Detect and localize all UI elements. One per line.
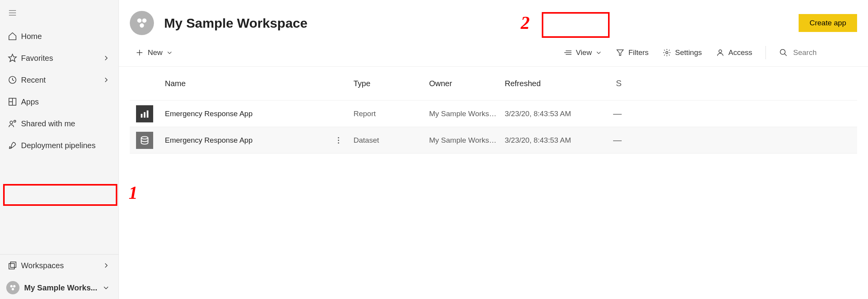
report-icon bbox=[136, 105, 153, 122]
access-button[interactable]: Access bbox=[711, 46, 758, 59]
sidebar-item-apps[interactable]: Apps bbox=[0, 91, 118, 113]
sidebar: Home Favorites Recent Apps Shared with m… bbox=[0, 0, 119, 299]
chevron-down-icon bbox=[103, 284, 110, 291]
view-icon bbox=[564, 48, 572, 57]
nav-label: Recent bbox=[21, 76, 101, 85]
row-sensitivity: — bbox=[598, 135, 622, 145]
apps-icon bbox=[8, 97, 17, 106]
col-sensitivity[interactable]: S bbox=[598, 78, 622, 88]
chevron-right-icon bbox=[103, 55, 110, 62]
workspace-avatar-icon bbox=[6, 281, 19, 294]
row-sensitivity: — bbox=[598, 109, 622, 119]
row-type: Report bbox=[354, 110, 429, 118]
svg-point-9 bbox=[14, 120, 16, 122]
clock-icon bbox=[8, 75, 17, 85]
search-box[interactable] bbox=[774, 46, 857, 59]
content-table: Name Type Owner Refreshed S Emergency Re… bbox=[119, 67, 868, 154]
svg-point-33 bbox=[338, 140, 339, 141]
svg-point-8 bbox=[10, 121, 13, 124]
nav-label: Apps bbox=[21, 97, 111, 106]
search-input[interactable] bbox=[793, 48, 852, 57]
chevron-down-icon bbox=[166, 50, 173, 56]
access-label: Access bbox=[728, 48, 752, 57]
svg-point-26 bbox=[780, 50, 785, 55]
sidebar-item-home[interactable]: Home bbox=[0, 25, 118, 47]
workspaces-icon bbox=[8, 261, 17, 270]
svg-point-13 bbox=[13, 285, 15, 288]
svg-marker-3 bbox=[9, 54, 16, 62]
nav-label: Workspaces bbox=[21, 261, 101, 270]
share-icon bbox=[8, 119, 17, 128]
sidebar-item-pipelines[interactable]: Deployment pipelines bbox=[0, 134, 118, 156]
svg-rect-30 bbox=[147, 110, 148, 117]
svg-rect-29 bbox=[144, 112, 145, 117]
nav-label: Home bbox=[21, 32, 111, 41]
view-label: View bbox=[576, 48, 592, 57]
svg-point-25 bbox=[719, 50, 721, 53]
svg-point-32 bbox=[338, 137, 339, 138]
svg-marker-23 bbox=[617, 50, 624, 56]
dataset-icon bbox=[136, 132, 153, 149]
toolbar: New View Filters Settings Access bbox=[119, 39, 868, 67]
workspace-avatar-icon bbox=[130, 11, 154, 35]
nav-label: Deployment pipelines bbox=[21, 141, 111, 150]
row-name-text: Emergency Response App bbox=[165, 136, 253, 145]
workspace-header: My Sample Workspace Create app bbox=[119, 0, 868, 39]
svg-point-15 bbox=[138, 19, 141, 22]
svg-point-31 bbox=[141, 136, 148, 139]
svg-point-34 bbox=[338, 142, 339, 143]
star-icon bbox=[8, 53, 17, 63]
filter-icon bbox=[616, 48, 624, 57]
col-owner[interactable]: Owner bbox=[429, 79, 505, 88]
settings-label: Settings bbox=[675, 48, 702, 57]
chevron-right-icon bbox=[103, 76, 110, 83]
home-icon bbox=[8, 32, 17, 41]
col-type[interactable]: Type bbox=[354, 79, 429, 88]
sidebar-item-workspaces[interactable]: Workspaces bbox=[0, 255, 118, 276]
sidebar-item-recent[interactable]: Recent bbox=[0, 69, 118, 91]
svg-point-24 bbox=[666, 51, 668, 54]
col-name[interactable]: Name bbox=[165, 79, 354, 88]
gear-icon bbox=[663, 48, 671, 57]
nav-list: Home Favorites Recent Apps Shared with m… bbox=[0, 25, 118, 250]
nav-label: Favorites bbox=[21, 54, 101, 63]
row-refreshed: 3/23/20, 8:43:53 AM bbox=[505, 110, 598, 118]
plus-icon bbox=[135, 48, 144, 57]
hamburger-icon bbox=[8, 8, 17, 18]
table-header-row: Name Type Owner Refreshed S bbox=[130, 67, 857, 100]
hamburger-menu-button[interactable] bbox=[0, 0, 118, 25]
row-owner: My Sample Workspace bbox=[429, 136, 505, 145]
svg-point-17 bbox=[140, 24, 144, 28]
svg-point-12 bbox=[11, 285, 12, 288]
sidebar-item-shared[interactable]: Shared with me bbox=[0, 113, 118, 134]
settings-button[interactable]: Settings bbox=[657, 46, 707, 59]
chevron-right-icon bbox=[103, 262, 110, 269]
sidebar-item-favorites[interactable]: Favorites bbox=[0, 47, 118, 69]
rocket-icon bbox=[8, 141, 17, 150]
nav-label: Shared with me bbox=[21, 119, 111, 128]
svg-rect-11 bbox=[9, 264, 14, 269]
svg-point-14 bbox=[12, 288, 14, 290]
row-owner: My Sample Workspace bbox=[429, 110, 505, 118]
svg-point-16 bbox=[143, 19, 147, 22]
search-icon bbox=[779, 48, 788, 57]
chevron-down-icon bbox=[596, 50, 602, 56]
create-app-button[interactable]: Create app bbox=[799, 14, 857, 32]
svg-rect-28 bbox=[141, 114, 142, 118]
row-refreshed: 3/23/20, 8:43:53 AM bbox=[505, 136, 598, 145]
page-title: My Sample Workspace bbox=[164, 16, 799, 31]
col-refreshed[interactable]: Refreshed bbox=[505, 79, 598, 88]
filters-button[interactable]: Filters bbox=[610, 46, 654, 59]
table-row[interactable]: Emergency Response App Report My Sample … bbox=[130, 100, 857, 127]
divider bbox=[765, 46, 766, 59]
person-icon bbox=[716, 48, 725, 57]
more-options-button[interactable] bbox=[334, 136, 343, 145]
sidebar-current-workspace[interactable]: My Sample Works... bbox=[0, 276, 118, 299]
new-button[interactable]: New bbox=[130, 46, 178, 59]
row-type: Dataset bbox=[354, 136, 429, 145]
table-row[interactable]: Emergency Response App Dataset My Sample… bbox=[130, 127, 857, 153]
row-name-text: Emergency Response App bbox=[165, 110, 253, 118]
svg-line-27 bbox=[785, 54, 787, 56]
current-workspace-label: My Sample Works... bbox=[24, 283, 101, 292]
view-button[interactable]: View bbox=[558, 46, 608, 59]
